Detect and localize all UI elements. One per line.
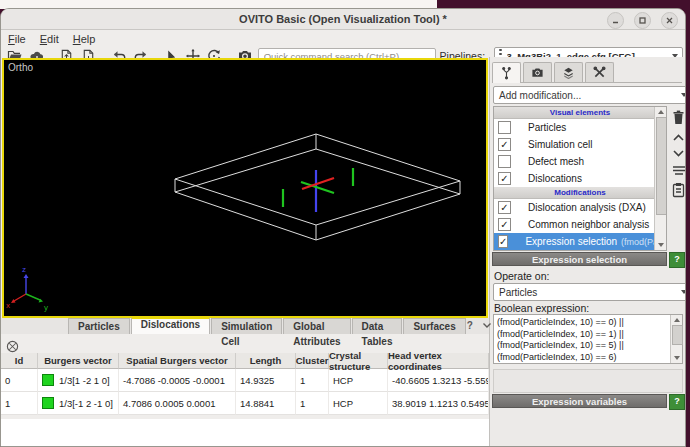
tab-dislocations[interactable]: Dislocations (131, 317, 210, 334)
add-modification-dropdown[interactable]: Add modification... (493, 86, 686, 104)
app-window: OVITO Basic (Open Visualization Tool) * … (0, 8, 686, 447)
section-visual-elements: Visual elements (494, 107, 666, 119)
cell-spatial[interactable]: -4.7086 -0.0005 -0.0001 (119, 369, 236, 392)
x-axis-label: x (6, 301, 10, 310)
menu-help[interactable]: Help (73, 33, 96, 45)
cell-cluster[interactable]: 1 (296, 369, 329, 392)
delete-modifier-button trash-icon[interactable] (671, 109, 686, 126)
tab-utilities[interactable] (585, 62, 614, 82)
scroll-down-button[interactable] (655, 240, 666, 250)
move-up-button chevron-up-icon[interactable] (672, 133, 685, 142)
help-icon[interactable]: ? (467, 320, 473, 331)
pipeline-menu-button list-lines-icon[interactable] (672, 165, 686, 175)
camera-icon (531, 66, 544, 79)
command-panel: Add modification... Visual elements Part… (489, 57, 686, 447)
cell-id[interactable]: 1 (1, 392, 38, 415)
close-button[interactable] (661, 12, 678, 29)
operate-on-value: Particles (499, 287, 681, 298)
titlebar[interactable]: OVITO Basic (Open Visualization Tool) * (1, 9, 685, 30)
window-title: OVITO Basic (Open Visualization Tool) * (239, 13, 447, 25)
tab-surfaces[interactable]: Surfaces (403, 318, 465, 334)
pipeline-item-common-neighbor-analysis[interactable]: Common neighbor analysis (494, 216, 666, 233)
cell-id[interactable]: 0 (1, 369, 38, 392)
dislocation-color-chip (42, 374, 54, 386)
viewport-mode-label[interactable]: Ortho (8, 62, 33, 73)
triangle-down-icon (658, 243, 664, 247)
expression-scrollbar[interactable] (670, 315, 682, 363)
pipeline-side-toolbar (670, 109, 686, 198)
pipeline-icon (500, 66, 513, 80)
scroll-up-button[interactable] (655, 107, 666, 117)
data-inspector-tabs: Particles Dislocations Simulation Cell G… (1, 318, 489, 334)
scroll-down-button[interactable] (671, 353, 682, 363)
pipeline-item-expression-selection[interactable]: Expression selection (fmod(ParticleI... (494, 233, 666, 250)
status-area (493, 369, 683, 393)
boolean-expression-value: (fmod(ParticleIndex, 10) == 0) || (fmod(… (497, 317, 665, 363)
col-header-head-vertex[interactable]: Head vertex coordinates (388, 353, 489, 369)
col-header-length[interactable]: Length (236, 353, 296, 369)
visibility-checkbox[interactable] (498, 121, 511, 134)
scroll-up-button[interactable] (671, 315, 682, 325)
section-data-source: Data source (494, 250, 666, 251)
enabled-checkbox[interactable] (498, 235, 508, 248)
expression-selection-header: Expression selection ? (492, 252, 685, 266)
scrollbar-thumb[interactable] (656, 117, 667, 215)
help-button[interactable]: ? (669, 394, 685, 410)
col-header-structure[interactable]: Crystal structure (329, 353, 388, 369)
layers-icon (562, 66, 575, 79)
copy-pipeline-button clipboard-icon[interactable] (672, 182, 685, 198)
minimize-button[interactable] (607, 12, 624, 29)
cell-length[interactable]: 14.9325 (236, 369, 296, 392)
pipeline-list: Visual elements Particles Simulation cel… (493, 106, 667, 251)
viewport-3d[interactable]: Ortho (2, 58, 488, 318)
visibility-checkbox[interactable] (498, 138, 511, 151)
menu-file[interactable]: File (8, 33, 26, 45)
table-empty-area (1, 419, 489, 447)
tab-particles[interactable]: Particles (68, 318, 130, 334)
move-down-button chevron-down-icon[interactable] (672, 149, 685, 158)
tab-simulation-cell[interactable]: Simulation Cell (211, 318, 282, 334)
cell-structure[interactable]: HCP (329, 392, 388, 415)
visibility-checkbox[interactable] (498, 155, 511, 168)
col-header-id[interactable]: Id (1, 353, 38, 369)
pipeline-list-scrollbar[interactable] (654, 107, 666, 250)
col-header-burgers[interactable]: Burgers vector (38, 353, 119, 369)
tab-data-tables[interactable]: Data Tables (352, 318, 403, 334)
triangle-down-icon (674, 356, 680, 360)
cell-length[interactable]: 14.8841 (236, 392, 296, 415)
cell-cluster[interactable]: 1 (296, 392, 329, 415)
collapse-panel-button chevron-down-icon[interactable] (482, 322, 492, 329)
menu-edit[interactable]: Edit (40, 33, 59, 45)
cell-burgers[interactable]: 1/3[-1 2 -1 0] (38, 392, 119, 415)
tab-rendering[interactable] (523, 62, 552, 82)
visibility-checkbox[interactable] (498, 172, 511, 185)
cell-head-vertex[interactable]: -40.6605 1.3213 -5.5598 (388, 369, 489, 392)
chevron-down-icon (681, 93, 686, 97)
operate-on-label: Operate on: (494, 270, 549, 282)
tab-global-attributes[interactable]: Global Attributes (283, 318, 350, 334)
enabled-checkbox[interactable] (498, 218, 511, 231)
scene-render: z x y (4, 60, 486, 316)
maximize-button[interactable] (634, 12, 651, 29)
scrollbar-thumb[interactable] (672, 325, 683, 345)
pipeline-item-particles[interactable]: Particles (494, 119, 666, 136)
cell-burgers[interactable]: 1/3[1 -2 1 0] (38, 369, 119, 392)
operate-on-dropdown[interactable]: Particles (493, 283, 686, 301)
pipeline-item-dislocations[interactable]: Dislocations (494, 170, 666, 187)
cell-head-vertex[interactable]: 38.9019 1.1213 0.5495 (388, 392, 489, 415)
triangle-up-icon (658, 110, 664, 114)
col-header-spatial[interactable]: Spatial Burgers vector (119, 353, 236, 369)
maximize-icon (638, 16, 647, 25)
enabled-checkbox[interactable] (498, 201, 511, 214)
tab-pipeline[interactable] (492, 62, 521, 83)
boolean-expression-input[interactable]: (fmod(ParticleIndex, 10) == 0) || (fmod(… (493, 314, 683, 364)
cell-spatial[interactable]: 4.7086 0.0005 0.0001 (119, 392, 236, 415)
help-button[interactable]: ? (669, 252, 685, 268)
add-modification-label: Add modification... (499, 90, 681, 101)
pipeline-item-simulation-cell[interactable]: Simulation cell (494, 136, 666, 153)
pipeline-item-defect-mesh[interactable]: Defect mesh (494, 153, 666, 170)
pipeline-item-dislocation-analysis[interactable]: Dislocation analysis (DXA) (494, 199, 666, 216)
col-header-cluster[interactable]: Cluster (296, 353, 329, 369)
tab-overlays[interactable] (554, 62, 583, 82)
cell-structure[interactable]: HCP (329, 369, 388, 392)
